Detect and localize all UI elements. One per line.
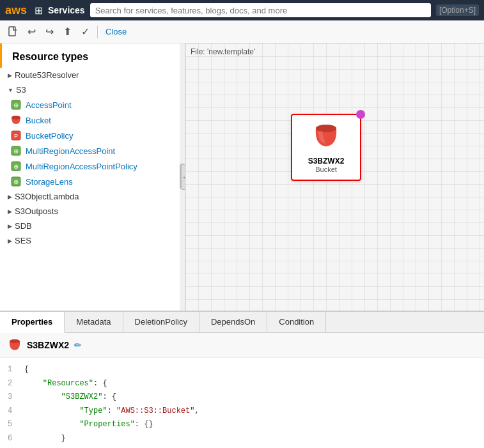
tabs-bar: Properties Metadata DeletionPolicy Depen…: [0, 312, 484, 333]
tab-dependson[interactable]: DependsOn: [199, 312, 267, 332]
panel-content: S3BZWX2 ✏ 1 { 2 "Resources": { 3 "S3BZWX…: [0, 333, 484, 448]
code-line-7: 7 }: [8, 446, 476, 448]
code-area: 1 { 2 "Resources": { 3 "S3BZWX2": { 4 "T…: [0, 358, 484, 448]
sidebar-group-label: SES: [15, 236, 31, 245]
undo-icon[interactable]: ↩: [24, 25, 38, 39]
svg-text:⊕: ⊕: [13, 102, 19, 109]
grid-icon[interactable]: ⊞: [35, 4, 43, 17]
sidebar-group-label: S3ObjectLambda: [15, 192, 79, 201]
svg-point-16: [10, 339, 20, 343]
main-layout: Resource types ▶ Route53Resolver ▼ S3 ⊕ …: [0, 43, 484, 311]
item-label: MultiRegionAccessPoint: [26, 146, 115, 156]
tab-condition[interactable]: Condition: [267, 312, 326, 332]
expand-icon: ▶: [8, 72, 12, 79]
bucket-icon-svg: [311, 122, 341, 153]
canvas-filename: File: 'new.template': [191, 47, 255, 56]
svg-text:P: P: [14, 133, 18, 139]
bucket-resource-icon: [10, 114, 22, 126]
sidebar-group-s3objectlambda[interactable]: ▶ S3ObjectLambda: [0, 189, 185, 204]
resource-header: S3BZWX2 ✏: [0, 333, 484, 358]
sidebar-group-s3outposts[interactable]: ▶ S3Outposts: [0, 204, 185, 219]
new-file-icon[interactable]: [6, 25, 20, 39]
expand-icon: ▼: [8, 87, 13, 93]
resource-icon: P: [10, 130, 22, 141]
node-dot: [356, 110, 365, 119]
sidebar-group-label: S3: [16, 85, 26, 95]
sidebar-group-label: Route53Resolver: [15, 70, 79, 80]
code-line-6: 6 }: [8, 432, 476, 446]
resource-header-name: S3BZWX2: [27, 340, 69, 350]
resource-icon: ⊕: [10, 145, 22, 157]
navbar: aws ⊞ Services [Option+S]: [0, 0, 484, 20]
sidebar-item-accesspoint[interactable]: ⊕ AccessPoint: [0, 97, 185, 112]
sidebar-resize-handle[interactable]: [181, 164, 185, 190]
svg-text:⊕: ⊕: [13, 178, 19, 185]
sidebar-item-bucket[interactable]: Bucket: [0, 112, 185, 128]
toolbar-divider: [97, 26, 98, 38]
sidebar-item-multiregionaccesspoint[interactable]: ⊕ MultiRegionAccessPoint: [0, 143, 185, 158]
sidebar-group-label: S3Outposts: [15, 206, 58, 216]
sidebar-group-sdb[interactable]: ▶ SDB: [0, 219, 185, 233]
item-label: Bucket: [26, 116, 51, 125]
edit-icon[interactable]: ✏: [74, 340, 82, 350]
toolbar: ↩ ↪ ⬆ ✓ Close: [0, 20, 484, 43]
item-label: AccessPoint: [26, 100, 72, 110]
search-shortcut: [Option+S]: [436, 4, 479, 16]
svg-text:⊕: ⊕: [13, 163, 19, 170]
small-bucket-svg: [8, 338, 22, 352]
sidebar-group-ses[interactable]: ▶ SES: [0, 233, 185, 248]
code-line-2: 2 "Resources": {: [8, 377, 476, 391]
aws-logo: aws: [5, 4, 27, 17]
services-button[interactable]: Services: [48, 5, 85, 15]
item-label: BucketPolicy: [26, 131, 73, 141]
check-icon[interactable]: ✓: [78, 25, 92, 39]
expand-icon: ▶: [8, 208, 12, 215]
sidebar-item-multiregionaccesspointpolicy[interactable]: ⊕ MultiRegionAccessPointPolicy: [0, 158, 185, 174]
tab-metadata[interactable]: Metadata: [65, 312, 123, 332]
svg-rect-0: [9, 27, 15, 36]
expand-icon: ▶: [8, 238, 12, 244]
tab-deletionpolicy[interactable]: DeletionPolicy: [123, 312, 199, 332]
resource-node-s3bucket[interactable]: S3BZWX2 Bucket: [291, 114, 361, 181]
sidebar-item-bucketpolicy[interactable]: P BucketPolicy: [0, 128, 185, 143]
resource-icon: ⊕: [10, 176, 22, 187]
upload-icon[interactable]: ⬆: [60, 25, 74, 39]
bottom-panel: Properties Metadata DeletionPolicy Depen…: [0, 311, 484, 448]
svg-point-4: [12, 116, 20, 120]
canvas-area[interactable]: File: 'new.template' S3BZWX2 Bucket: [185, 43, 484, 311]
resource-icon: ⊕: [10, 160, 22, 172]
redo-icon[interactable]: ↪: [42, 25, 56, 39]
resource-icon: ⊕: [10, 99, 22, 111]
svg-text:⊕: ⊕: [13, 148, 19, 155]
sidebar-group-s3[interactable]: ▼ S3: [0, 82, 185, 97]
search-input[interactable]: [90, 3, 431, 17]
tab-properties[interactable]: Properties: [0, 312, 65, 333]
sidebar-group-label: SDB: [15, 221, 32, 231]
small-bucket-icon: [8, 338, 22, 352]
expand-icon: ▶: [8, 194, 12, 200]
node-name: S3BZWX2: [308, 157, 345, 166]
sidebar-group-route53resolver[interactable]: ▶ Route53Resolver: [0, 68, 185, 82]
close-button[interactable]: Close: [105, 27, 127, 36]
sidebar-title: Resource types: [0, 43, 185, 68]
item-label: StorageLens: [26, 177, 73, 187]
code-line-5: 5 "Properties": {}: [8, 418, 476, 432]
sidebar-item-storagelens[interactable]: ⊕ StorageLens: [0, 174, 185, 189]
code-line-4: 4 "Type": "AWS::S3::Bucket",: [8, 405, 476, 419]
code-line-3: 3 "S3BZWX2": {: [8, 390, 476, 405]
sidebar: Resource types ▶ Route53Resolver ▼ S3 ⊕ …: [0, 43, 185, 311]
expand-icon: ▶: [8, 223, 12, 229]
item-label: MultiRegionAccessPointPolicy: [26, 162, 137, 171]
code-line-1: 1 {: [8, 363, 476, 377]
node-type: Bucket: [315, 166, 337, 173]
